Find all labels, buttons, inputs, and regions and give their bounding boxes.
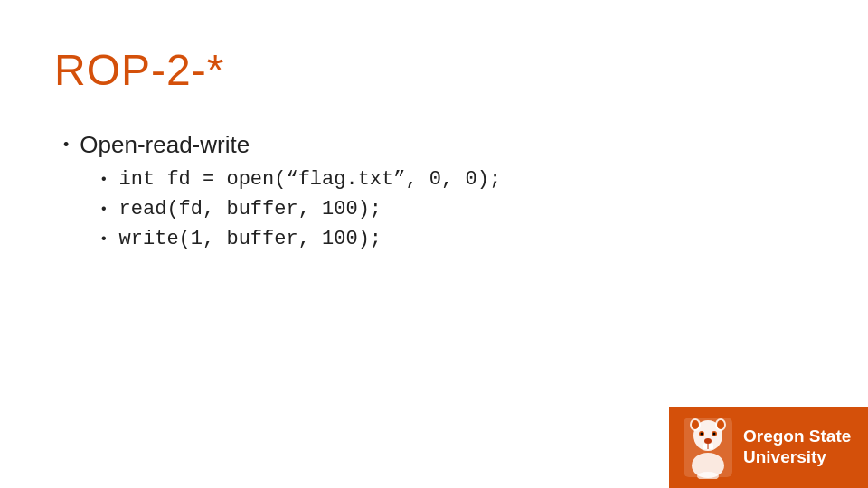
sub-bullet-3: • write(1, buffer, 100);	[99, 228, 814, 250]
osu-badge: Oregon State University	[669, 407, 868, 488]
bullet-dot-sub-1: •	[99, 172, 108, 188]
svg-point-9	[713, 433, 716, 436]
sub-bullet-2: • read(fd, buffer, 100);	[99, 198, 814, 221]
svg-point-5	[717, 420, 724, 429]
svg-point-8	[701, 433, 703, 436]
bullet-dot-sub-3: •	[99, 231, 108, 248]
sub-bullets-list: • int fd = open(“flag.txt”, 0, 0); • rea…	[63, 168, 814, 250]
main-bullet: • Open-read-write	[63, 131, 814, 159]
osu-text-line2: University	[743, 447, 851, 468]
slide: ROP-2-* • Open-read-write • int fd = ope…	[0, 0, 868, 488]
sub-bullet-1-code: int fd = open(“flag.txt”, 0, 0);	[119, 168, 501, 191]
svg-rect-12	[709, 444, 713, 449]
bullet-dot-sub-2: •	[99, 202, 108, 218]
sub-bullet-3-code: write(1, buffer, 100);	[119, 228, 382, 250]
sub-bullet-1: • int fd = open(“flag.txt”, 0, 0);	[99, 168, 814, 191]
svg-point-4	[692, 420, 699, 429]
slide-content: • Open-read-write • int fd = open(“flag.…	[54, 131, 814, 250]
bullet-dot-main: •	[63, 136, 69, 155]
sub-bullet-2-code: read(fd, buffer, 100);	[119, 198, 382, 221]
svg-point-10	[704, 438, 712, 444]
slide-title: ROP-2-*	[54, 45, 814, 95]
osu-text-line1: Oregon State	[743, 427, 851, 447]
osu-beaver-logo	[682, 416, 734, 479]
svg-rect-11	[703, 444, 708, 449]
main-bullet-label: Open-read-write	[80, 131, 250, 159]
osu-text-block: Oregon State University	[743, 427, 851, 468]
